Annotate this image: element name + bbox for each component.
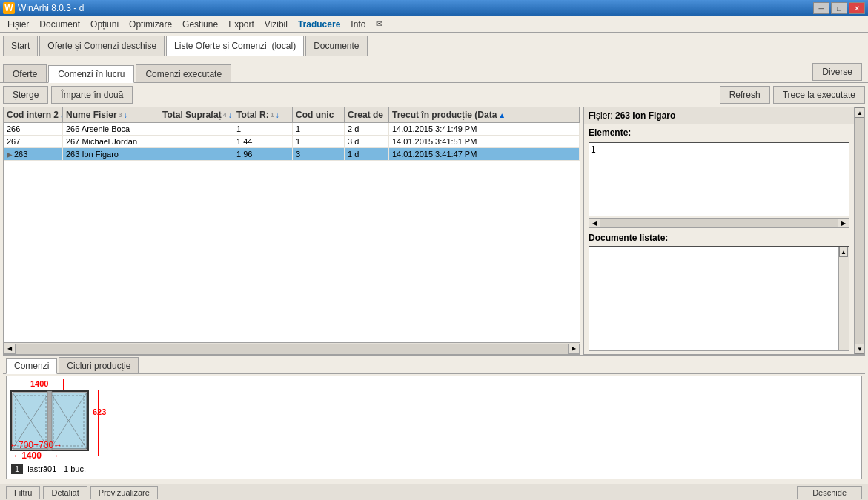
side-hscroll-track[interactable] [600,219,838,227]
side-panel-vscroll[interactable]: ▲ ▼ [854,107,864,354]
minimize-button[interactable]: ─ [813,2,829,14]
window-title: WinArhi 8.0.3 - d [18,3,84,13]
fisier-label: Fișier: [589,110,613,121]
cell-cod-263: ▶263 [4,148,63,160]
main-panel: Cod intern 2 ↓ Nume Fisier 3 ↓ Total Sup… [3,107,865,355]
col-label-codunic: Cod unic [296,110,334,120]
detaliat-button[interactable]: Detaliat [43,486,87,499]
tab-comenzi-lucru[interactable]: Comenzi în lucru [48,65,134,83]
bottom-bar-left: Filtru Detaliat Previzualizare [6,486,158,499]
col-label-nume: Nume Fisier [66,110,117,120]
refresh-button[interactable]: Refresh [720,86,770,104]
main-toolbar: Start Oferte și Comenzi deschise Liste O… [0,33,868,59]
documente-listate-area: ▲ [589,246,849,351]
dim-left-arrow: ← [10,440,19,450]
cell-creatde-266: 2 d [345,123,389,135]
menu-bar: Fișier Document Opțiuni Optimizare Gesti… [0,16,868,33]
title-bar-left: W WinArhi 8.0.3 - d [3,2,84,14]
previzualizare-button[interactable]: Previzualizare [90,486,158,499]
deschide-button[interactable]: Deschide [797,486,862,499]
table-panel: Cod intern 2 ↓ Nume Fisier 3 ↓ Total Sup… [3,107,580,355]
window-drawing: 1400 [10,379,99,461]
table-row[interactable]: 266 266 Arsenie Boca 1 1 2 d 14.01.2015 … [4,123,580,136]
menu-export[interactable]: Export [224,18,259,31]
bottom-bar-right: Deschide [797,486,862,499]
window-controls[interactable]: ─ □ ✕ [813,2,865,14]
tab-liste-oferte[interactable]: Liste Oferte și Comenzi (local) [166,36,304,56]
bottom-dims: ← 700 + 700 → ← 1400 — → [10,440,62,461]
menu-fisier[interactable]: Fișier [3,18,33,31]
menu-info[interactable]: Info [346,18,370,31]
docs-scroll-up[interactable]: ▲ [839,247,848,257]
col-label-cod: Cod intern 2 [7,110,59,120]
filtru-button[interactable]: Filtru [6,486,40,499]
dim-700a: 700 [19,440,33,450]
cell-suprafata-266 [159,123,233,135]
col-header-creatde[interactable]: Creat de [345,107,389,122]
cell-trecut-263: 14.01.2015 3:41:47 PM [389,148,580,160]
dim-vline-top [63,379,64,390]
elemente-list[interactable]: 1 [589,142,849,216]
trece-la-executate-button[interactable]: Trece la executate [773,86,865,104]
menu-email[interactable]: ✉ [371,18,387,30]
diverse-button[interactable]: Diverse [812,63,862,81]
tab-comenzi-executate[interactable]: Comenzi executate [136,64,231,82]
cell-nume-266: 266 Arsenie Boca [63,123,159,135]
side-scroll-up-btn[interactable]: ▲ [855,107,864,118]
hscroll-right-btn[interactable]: ▶ [568,344,580,354]
dim-group: ← 700 + 700 → ← 1400 — → [10,440,62,461]
side-hscroll[interactable]: ◀ ▶ [589,218,849,228]
side-panel: Fișier: 263 Ion Figaro Elemente: 1 ◀ ▶ D [583,107,865,355]
col-header-codunic[interactable]: Cod unic [293,107,345,122]
side-hscroll-left[interactable]: ◀ [589,219,600,227]
menu-gestiune[interactable]: Gestiune [178,18,222,31]
menu-document[interactable]: Document [35,18,85,31]
action-bar-left: Șterge Împarte în două [3,86,133,104]
menu-optiuni[interactable]: Opțiuni [86,18,123,31]
bottom-tab-comenzi[interactable]: Comenzi [6,358,57,374]
tab-oferte[interactable]: Oferte [3,64,47,82]
app-icon: W [3,2,15,14]
item-number: 1 [11,464,23,474]
col-label-creatde: Creat de [348,110,383,120]
sort-suprafata-icon: ↓ [228,111,232,119]
bottom-tab-cicluri[interactable]: Cicluri producție [59,357,139,373]
hscroll-left-btn[interactable]: ◀ [4,344,16,354]
cell-nume-267: 267 Michael Jordan [63,136,159,147]
sort-totalr-icon: ↓ [276,111,279,119]
menu-optimizare[interactable]: Optimizare [125,18,176,31]
col-header-cod[interactable]: Cod intern 2 ↓ [4,107,63,122]
content-area: Oferte Comenzi în lucru Comenzi executat… [0,59,868,484]
dim-vline-right [98,390,99,456]
col-header-suprafata[interactable]: Total Suprafaț 4 ↓ [159,107,233,122]
docs-vscroll[interactable]: ▲ [838,247,849,350]
imparte-doi-button[interactable]: Împarte în două [51,86,133,104]
dim-top: 1400 [30,379,48,388]
cell-codunic-266: 1 [293,123,345,135]
maximize-button[interactable]: □ [831,2,847,14]
col-label-trecut: Trecut în producție (Data [392,110,497,120]
table-row[interactable]: ▶263 263 Ion Figaro 1.96 3 1 d 14.01.201… [4,148,580,161]
close-button[interactable]: ✕ [849,2,865,14]
sort-trecut-icon: ▲ [498,111,506,119]
table-hscroll[interactable]: ◀ ▶ [4,342,580,354]
table-body: 266 266 Arsenie Boca 1 1 2 d 14.01.2015 … [4,123,580,342]
menu-traducere[interactable]: Traducere [294,18,345,31]
tab-start[interactable]: Start [3,36,38,56]
cell-totalr-267: 1.44 [233,136,293,147]
col-header-nume[interactable]: Nume Fisier 3 ↓ [63,107,159,122]
side-hscroll-right[interactable]: ▶ [838,219,849,227]
col-header-totalr[interactable]: Total R: 1 ↓ [233,107,293,122]
menu-vizibil[interactable]: Vizibil [260,18,292,31]
hscroll-track[interactable] [16,344,568,354]
cell-cod-267: 267 [4,136,63,147]
table-row[interactable]: 267 267 Michael Jordan 1.44 1 3 d 14.01.… [4,136,580,148]
side-scroll-track[interactable] [855,118,864,344]
expand-icon-263[interactable]: ▶ [7,150,13,159]
tab-oferte-comenzi[interactable]: Oferte și Comenzi deschise [39,36,165,56]
sterge-button[interactable]: Șterge [3,86,48,104]
tab-documente[interactable]: Documente [305,36,367,56]
side-scroll-down-btn[interactable]: ▼ [855,344,864,354]
action-bar-right: Refresh Trece la executate [720,86,865,104]
col-header-trecut[interactable]: Trecut în producție (Data ▲ [389,107,580,122]
